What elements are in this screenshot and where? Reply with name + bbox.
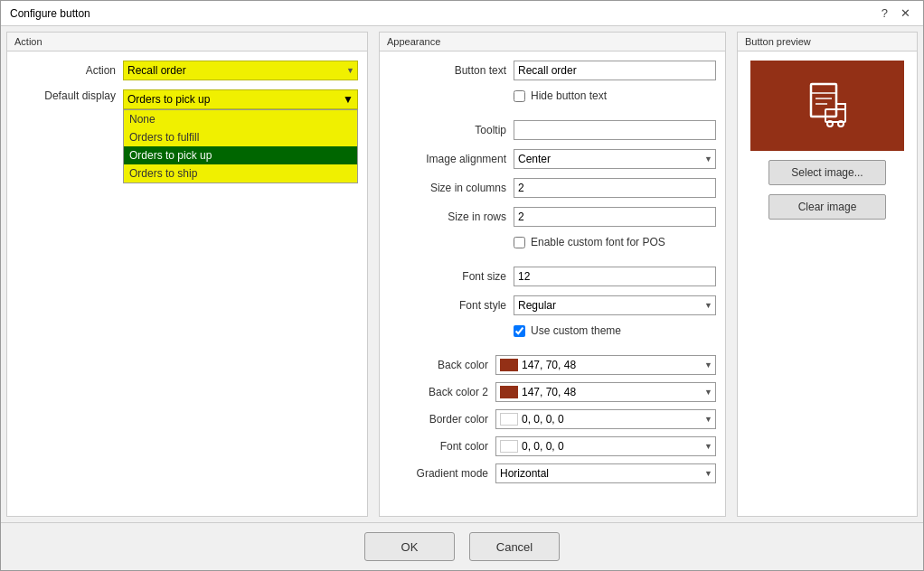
font-color-row: Font color 0, 0, 0, 0 ▼ xyxy=(389,436,716,456)
size-columns-row: Size in columns xyxy=(389,178,716,198)
middle-panel-content: Button text Hide button text Tooltip xyxy=(380,51,725,516)
dialog-footer: OK Cancel xyxy=(1,522,923,570)
right-panel-header: Button preview xyxy=(738,33,917,51)
svg-rect-0 xyxy=(811,84,836,117)
font-style-row: Font style Regular Bold Italic ▼ xyxy=(389,295,716,315)
back-color2-control[interactable]: 147, 70, 48 ▼ xyxy=(495,382,716,402)
font-color-value: 0, 0, 0, 0 xyxy=(522,440,712,453)
back-color2-row: Back color 2 147, 70, 48 ▼ xyxy=(389,382,716,402)
default-display-row: Default display Orders to pick up ▼ None… xyxy=(16,89,358,109)
default-display-arrow: ▼ xyxy=(343,93,354,106)
button-preview-area: Select image... Clear image xyxy=(738,51,917,229)
border-color-row: Border color 0, 0, 0, 0 ▼ xyxy=(389,409,716,429)
right-panel: Button preview xyxy=(737,32,918,517)
title-bar-controls: ? ✕ xyxy=(878,6,914,20)
select-image-button[interactable]: Select image... xyxy=(768,160,886,185)
help-button[interactable]: ? xyxy=(878,6,891,20)
font-style-label: Font style xyxy=(389,299,506,312)
image-alignment-row: Image alignment Center Left Right ▼ xyxy=(389,149,716,169)
enable-custom-font-row: Enable custom font for POS xyxy=(389,236,716,257)
font-color-swatch xyxy=(500,440,518,453)
gradient-mode-label: Gradient mode xyxy=(407,467,488,480)
hide-button-text-label[interactable]: Hide button text xyxy=(531,89,607,102)
configure-button-dialog: Configure button ? ✕ Action Action Recal… xyxy=(0,0,924,571)
hide-button-text-checkbox[interactable] xyxy=(514,90,525,102)
back-color2-swatch xyxy=(500,386,518,398)
custom-theme-checkbox-row: Use custom theme xyxy=(514,324,621,337)
size-rows-row: Size in rows xyxy=(389,207,716,227)
dropdown-item-pickup[interactable]: Orders to pick up xyxy=(124,146,357,164)
font-style-select[interactable]: Regular Bold Italic xyxy=(514,295,716,315)
image-alignment-wrapper[interactable]: Center Left Right ▼ xyxy=(514,149,716,169)
custom-font-checkbox-row: Enable custom font for POS xyxy=(514,236,665,248)
back-color-control[interactable]: 147, 70, 48 ▼ xyxy=(495,355,716,375)
back-color-row: Back color 147, 70, 48 ▼ xyxy=(389,355,716,375)
size-rows-label: Size in rows xyxy=(389,211,506,223)
back-color2-value: 147, 70, 48 xyxy=(522,386,712,398)
back-color-swatch xyxy=(500,359,518,371)
clear-image-button[interactable]: Clear image xyxy=(768,194,886,220)
back-color2-label: Back color 2 xyxy=(407,386,488,398)
ok-button[interactable]: OK xyxy=(364,532,455,561)
use-custom-theme-row: Use custom theme xyxy=(389,324,716,346)
button-text-input[interactable] xyxy=(514,61,716,80)
enable-custom-font-label[interactable]: Enable custom font for POS xyxy=(531,236,665,248)
border-color-value: 0, 0, 0, 0 xyxy=(522,413,712,426)
gradient-mode-select[interactable]: Horizontal Vertical None xyxy=(495,463,716,483)
tooltip-input[interactable] xyxy=(514,120,716,140)
font-color-control[interactable]: 0, 0, 0, 0 ▼ xyxy=(495,436,716,456)
hide-button-text-row: Hide button text xyxy=(389,89,716,111)
border-color-control[interactable]: 0, 0, 0, 0 ▼ xyxy=(495,409,716,429)
font-size-input[interactable] xyxy=(514,267,716,286)
use-custom-theme-label[interactable]: Use custom theme xyxy=(531,324,621,337)
middle-panel-header: Appearance xyxy=(380,33,725,51)
image-alignment-label: Image alignment xyxy=(389,153,506,165)
enable-custom-font-checkbox[interactable] xyxy=(514,237,525,248)
font-color-arrow: ▼ xyxy=(704,442,712,451)
size-rows-input[interactable] xyxy=(514,207,716,227)
gradient-mode-row: Gradient mode Horizontal Vertical None ▼ xyxy=(389,463,716,483)
tooltip-label: Tooltip xyxy=(389,124,506,136)
size-columns-input[interactable] xyxy=(514,178,716,198)
border-color-arrow: ▼ xyxy=(704,415,712,424)
default-display-selected[interactable]: Orders to pick up ▼ xyxy=(123,89,358,109)
back-color2-arrow: ▼ xyxy=(704,388,712,397)
default-display-label: Default display xyxy=(16,89,116,102)
default-display-list: None Orders to fulfill Orders to pick up… xyxy=(123,109,358,183)
font-color-label: Font color xyxy=(407,440,488,453)
size-columns-label: Size in columns xyxy=(389,182,506,194)
font-size-label: Font size xyxy=(389,270,506,283)
svg-point-5 xyxy=(827,121,833,126)
middle-panel: Appearance Button text Hide button text xyxy=(379,32,726,517)
dropdown-item-ship[interactable]: Orders to ship xyxy=(124,164,357,183)
tooltip-row: Tooltip xyxy=(389,120,716,140)
font-style-wrapper[interactable]: Regular Bold Italic ▼ xyxy=(514,295,716,315)
dropdown-item-none[interactable]: None xyxy=(124,110,357,128)
action-label: Action xyxy=(16,64,116,77)
image-alignment-select[interactable]: Center Left Right xyxy=(514,149,716,169)
default-display-area[interactable]: Orders to pick up ▼ None Orders to fulfi… xyxy=(123,89,358,109)
left-panel-content: Action Recall order ▼ Default display Or… xyxy=(7,51,367,516)
border-color-swatch xyxy=(500,413,518,426)
border-color-label: Border color xyxy=(407,413,488,426)
action-select[interactable]: Recall order xyxy=(123,61,358,80)
preview-icon xyxy=(800,79,854,133)
back-color-arrow: ▼ xyxy=(704,360,712,370)
dropdown-item-fulfill[interactable]: Orders to fulfill xyxy=(124,128,357,146)
back-color-label: Back color xyxy=(407,359,488,371)
action-row: Action Recall order ▼ xyxy=(16,61,358,80)
action-dropdown-wrapper[interactable]: Recall order ▼ xyxy=(123,61,358,80)
title-bar: Configure button ? ✕ xyxy=(1,1,923,26)
gradient-mode-wrapper[interactable]: Horizontal Vertical None ▼ xyxy=(495,463,716,483)
button-text-row: Button text xyxy=(389,61,716,80)
svg-point-6 xyxy=(838,121,844,126)
left-panel-header: Action xyxy=(7,33,367,51)
left-panel: Action Action Recall order ▼ Default dis… xyxy=(6,32,368,517)
cancel-button[interactable]: Cancel xyxy=(469,532,560,561)
back-color-value: 147, 70, 48 xyxy=(522,359,712,371)
hide-button-text-checkbox-row: Hide button text xyxy=(514,89,607,102)
dialog-title: Configure button xyxy=(10,7,90,20)
button-text-label: Button text xyxy=(389,64,506,77)
use-custom-theme-checkbox[interactable] xyxy=(514,325,525,337)
close-button[interactable]: ✕ xyxy=(897,6,914,20)
